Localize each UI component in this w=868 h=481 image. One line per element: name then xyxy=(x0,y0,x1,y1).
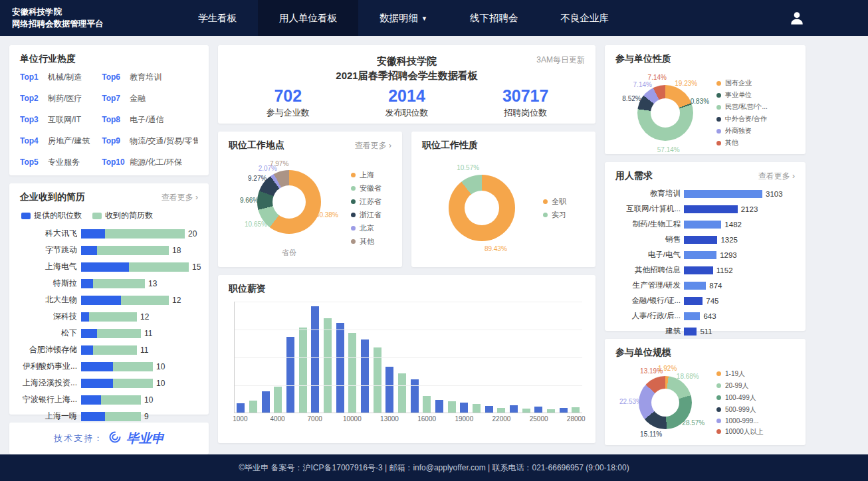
company-name: 特斯拉 xyxy=(20,278,77,289)
stacked-bar xyxy=(81,395,141,405)
x-tick: 19000 xyxy=(458,415,471,425)
histogram-bar xyxy=(286,337,294,413)
unit-scale-card: 参与单位规模 1.92%18.68%28.57%15.11%22.53%13.1… xyxy=(605,339,806,445)
industry-rank-item: Top7金融 xyxy=(102,93,198,104)
x-tick: 1000 xyxy=(234,415,247,425)
legend-item[interactable]: 民营/私营/个... xyxy=(716,102,768,112)
x-tick: 16000 xyxy=(421,415,433,425)
legend-item[interactable]: 500-999人 xyxy=(716,405,764,415)
industry-rank-badge: Top2 xyxy=(20,94,48,103)
unit_nature-legend: 国有企业事业单位民营/私营/个...中外合资/合作外商独资其他 xyxy=(716,78,768,147)
histogram-bar xyxy=(398,373,406,413)
legend-dot xyxy=(716,93,721,98)
industry-rank-badge: Top9 xyxy=(102,136,130,145)
card-title-salary: 职位薪资 xyxy=(229,283,266,295)
demand-value: 511 xyxy=(700,328,712,336)
legend-label: 500-999人 xyxy=(725,405,756,415)
resume-count: 18 xyxy=(172,246,181,255)
legend-item[interactable]: 国有企业 xyxy=(716,78,768,88)
jobs-segment xyxy=(81,395,101,405)
demand-category: 销售 xyxy=(615,235,681,244)
view-more-link-resumes[interactable]: 查看更多 › xyxy=(162,192,198,203)
nav-item-3[interactable]: 数据明细▼ xyxy=(358,0,449,36)
legend-item[interactable]: 收到的简历数 xyxy=(92,210,153,221)
legend-item[interactable]: 20-99人 xyxy=(716,381,764,391)
stacked-bar xyxy=(81,312,137,322)
pie-percent-label: 10.57% xyxy=(457,164,479,171)
demand-category: 互联网/计算机... xyxy=(615,204,681,214)
histogram-bar xyxy=(547,409,555,413)
resume-row: 上海一嗨9 xyxy=(20,411,198,422)
legend-label: 安徽省 xyxy=(360,183,381,193)
legend-label: 中外合资/合作 xyxy=(725,114,767,124)
job_type-legend: 全职实习 xyxy=(543,197,566,220)
legend-dot xyxy=(351,213,356,217)
user-avatar-icon[interactable] xyxy=(787,8,807,28)
legend-item[interactable]: 100-499人 xyxy=(716,393,764,403)
industry-rank-list: Top1机械/制造Top6教育培训Top2制药/医疗Top7金融Top3互联网/… xyxy=(20,72,198,168)
resume-row: 深科技12 xyxy=(20,311,198,322)
legend-item[interactable]: 1000-999... xyxy=(716,417,764,425)
legend-item[interactable]: 其他 xyxy=(351,237,381,246)
view-more-link-demand[interactable]: 查看更多 › xyxy=(758,171,795,182)
legend-item[interactable]: 其他 xyxy=(716,138,768,147)
nav-item-2[interactable]: 用人单位看板 xyxy=(258,0,358,36)
stacked-bar xyxy=(81,296,169,305)
legend-item[interactable]: 事业单位 xyxy=(716,90,768,100)
stacked-bar xyxy=(81,279,145,288)
resumes-segment xyxy=(105,412,141,421)
legend-dot xyxy=(716,105,721,110)
company-resumes-card: 企业收到的简历 查看更多 › 提供的职位数收到的简历数 科大讯飞20字节跳动18… xyxy=(9,183,209,415)
legend-swatch xyxy=(21,213,31,219)
legend-dot xyxy=(716,407,721,412)
legend-item[interactable]: 中外合资/合作 xyxy=(716,114,768,124)
legend-item[interactable]: 北京 xyxy=(351,223,381,233)
nav-item-5[interactable]: 不良企业库 xyxy=(539,0,630,36)
unit_scale-pie-area: 1.92%18.68%28.57%15.11%22.53%13.19% xyxy=(615,365,715,440)
legend-item[interactable]: 安徽省 xyxy=(351,183,381,193)
x-tick xyxy=(358,415,371,425)
view-more-link-location[interactable]: 查看更多 › xyxy=(355,140,391,151)
legend-label: 提供的职位数 xyxy=(34,210,82,221)
card-title-unit-scale: 参与单位规模 xyxy=(615,347,671,359)
demand-bar xyxy=(684,282,706,290)
legend-item[interactable]: 上海 xyxy=(351,170,381,180)
demand-value: 1293 xyxy=(720,251,737,259)
demand-value: 745 xyxy=(706,297,718,305)
legend-item[interactable]: 浙江省 xyxy=(351,210,381,220)
stacked-bar xyxy=(81,379,153,388)
resume-count: 11 xyxy=(140,345,148,355)
demand-row: 制药/生物工程1482 xyxy=(615,219,795,229)
histogram-bar xyxy=(385,367,393,413)
stat-companies: 702 参与企业数 xyxy=(229,86,348,119)
legend-dot xyxy=(716,419,721,423)
demand-row: 生产管理/研发874 xyxy=(615,280,795,290)
legend-item[interactable]: 10000人以上 xyxy=(716,427,764,436)
legend-item[interactable]: 江苏省 xyxy=(351,197,381,207)
histogram-bar xyxy=(262,391,270,413)
nav-item-4[interactable]: 线下招聘会 xyxy=(449,0,540,36)
legend-item[interactable]: 提供的职位数 xyxy=(21,210,82,221)
company-name: 上海泾溪投资... xyxy=(20,377,77,389)
legend-item[interactable]: 外商独资 xyxy=(716,126,768,136)
pie-percent-label: 13.19% xyxy=(640,367,663,375)
demand-bar xyxy=(684,266,713,274)
unit_nature-pie-area: 19.23%0.83%57.14%8.52%7.14%7.14% xyxy=(615,72,715,154)
legend-item[interactable]: 实习 xyxy=(543,210,566,220)
legend-item[interactable]: 全职 xyxy=(543,197,566,207)
demand-category: 其他招聘信息 xyxy=(615,265,681,275)
industry-rank-label: 教育培训 xyxy=(130,72,162,82)
jobs-segment xyxy=(81,279,93,288)
histogram-bar xyxy=(534,407,542,413)
industry-rank-label: 房地产/建筑 xyxy=(48,136,90,145)
card-title-resumes: 企业收到的简历 xyxy=(20,191,85,203)
donut-hole xyxy=(651,98,680,128)
nav-item-1[interactable]: 学生看板 xyxy=(177,0,258,36)
resume-row: 上海电气15 xyxy=(20,261,198,272)
histogram-bar xyxy=(299,328,307,413)
histogram-bar xyxy=(423,396,431,413)
update-note: 3AM每日更新 xyxy=(536,54,585,66)
demand-category: 生产管理/研发 xyxy=(615,280,681,290)
legend-label: 10000人以上 xyxy=(725,427,764,436)
legend-item[interactable]: 1-19人 xyxy=(716,369,764,379)
